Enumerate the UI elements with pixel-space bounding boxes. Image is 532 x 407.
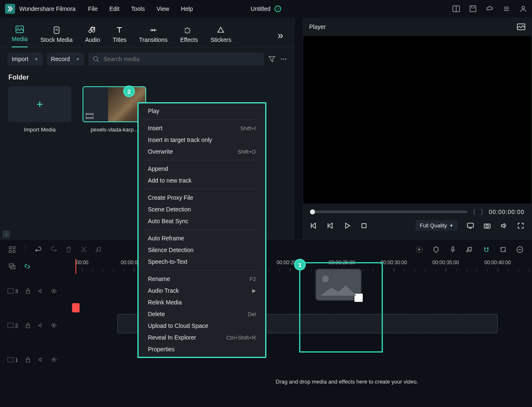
lock-icon[interactable] bbox=[25, 287, 31, 295]
cm-insert[interactable]: InsertShift+I bbox=[139, 122, 265, 134]
cm-proxy[interactable]: Create Proxy File bbox=[139, 192, 265, 204]
eye-icon[interactable] bbox=[51, 287, 57, 295]
menu-help[interactable]: Help bbox=[181, 5, 193, 12]
cm-stt[interactable]: Speech-to-Text bbox=[139, 256, 265, 268]
cm-properties[interactable]: Properties bbox=[139, 343, 265, 355]
mark-in-icon[interactable]: { bbox=[473, 209, 475, 215]
layout-icon[interactable] bbox=[452, 5, 460, 13]
redo-icon[interactable] bbox=[50, 246, 57, 253]
ruler-head bbox=[0, 259, 75, 274]
cm-scene[interactable]: Scene Detection bbox=[139, 204, 265, 215]
hamburger-icon[interactable] bbox=[503, 5, 510, 13]
cm-delete[interactable]: DeleteDel bbox=[139, 308, 265, 320]
tab-stock[interactable]: Stock Media bbox=[40, 26, 72, 47]
cm-reframe[interactable]: Auto Reframe bbox=[139, 232, 265, 244]
display-icon[interactable] bbox=[467, 222, 474, 229]
import-label: Import bbox=[12, 56, 28, 62]
track-1-badge: 1 bbox=[8, 357, 18, 363]
svg-rect-41 bbox=[8, 289, 13, 294]
play-icon[interactable] bbox=[343, 222, 351, 229]
fullscreen-icon[interactable] bbox=[517, 222, 524, 229]
magnet-icon[interactable] bbox=[483, 246, 490, 253]
menu-edit[interactable]: Edit bbox=[109, 5, 119, 12]
render-icon[interactable] bbox=[416, 246, 423, 253]
cm-relink[interactable]: Relink Media bbox=[139, 296, 265, 308]
track-manage-icon[interactable] bbox=[8, 263, 16, 270]
camera-icon[interactable] bbox=[483, 222, 491, 229]
cm-beat[interactable]: Auto Beat Sync bbox=[139, 215, 265, 227]
mic-icon[interactable] bbox=[449, 246, 457, 253]
cm-append[interactable]: Append bbox=[139, 163, 265, 175]
cut-icon[interactable] bbox=[80, 246, 88, 253]
cm-audio-track[interactable]: Audio Track▶ bbox=[139, 285, 265, 296]
tabs-overflow-icon[interactable]: » bbox=[278, 30, 283, 41]
cm-insert-target[interactable]: Insert in target track only bbox=[139, 134, 265, 146]
save-icon[interactable] bbox=[469, 5, 477, 13]
cm-silence[interactable]: Silence Detection bbox=[139, 244, 265, 256]
cm-overwrite[interactable]: OverwriteShift+O bbox=[139, 146, 265, 157]
cloud-icon[interactable] bbox=[486, 5, 493, 13]
progress-bar[interactable] bbox=[310, 211, 467, 213]
svg-point-14 bbox=[283, 59, 284, 60]
delete-icon[interactable] bbox=[65, 246, 72, 253]
video-track-icon bbox=[8, 289, 13, 294]
menu-tools[interactable]: Tools bbox=[131, 5, 145, 12]
cm-play[interactable]: Play bbox=[139, 105, 265, 117]
playhead[interactable] bbox=[75, 259, 76, 274]
media-clip[interactable]: pexels-vlada-karp... 2 bbox=[83, 86, 146, 133]
lock-icon[interactable] bbox=[25, 322, 31, 329]
cm-add-track[interactable]: Add to new track bbox=[139, 175, 265, 186]
mute-icon[interactable] bbox=[38, 287, 44, 295]
svg-point-15 bbox=[285, 59, 287, 60]
prev-frame-icon[interactable] bbox=[310, 222, 318, 229]
tab-effects[interactable]: Effects bbox=[180, 26, 198, 47]
audio-tool-icon[interactable] bbox=[95, 246, 103, 253]
record-dropdown[interactable]: Record ▼ bbox=[47, 53, 84, 65]
menu-view[interactable]: View bbox=[157, 5, 169, 12]
search-box[interactable] bbox=[88, 53, 264, 65]
undo-icon[interactable] bbox=[35, 246, 42, 253]
filter-icon[interactable] bbox=[268, 55, 276, 63]
project-title[interactable]: Untitled bbox=[251, 5, 270, 12]
track-2-head: 2 bbox=[0, 308, 75, 343]
zoom-out-icon[interactable] bbox=[516, 246, 524, 253]
mute-icon[interactable] bbox=[38, 322, 44, 329]
lock-icon[interactable] bbox=[25, 356, 31, 363]
more-icon[interactable] bbox=[280, 55, 287, 63]
mute-icon[interactable] bbox=[38, 356, 44, 363]
cm-reveal[interactable]: Reveal In ExplorerCtrl+Shift+R bbox=[139, 332, 265, 343]
tab-titles[interactable]: Titles bbox=[113, 26, 127, 47]
eye-icon[interactable] bbox=[51, 322, 57, 329]
tab-transitions[interactable]: Transitions bbox=[139, 26, 168, 47]
volume-icon[interactable] bbox=[500, 222, 508, 229]
player-viewport[interactable] bbox=[303, 36, 531, 204]
eye-icon[interactable] bbox=[51, 356, 57, 363]
tab-stickers[interactable]: Stickers bbox=[210, 26, 231, 47]
import-dropdown[interactable]: Import ▼ bbox=[8, 53, 43, 65]
quality-select[interactable]: Full Quality ▼ bbox=[416, 220, 457, 231]
cm-upload[interactable]: Upload to Cloud Space bbox=[139, 320, 265, 332]
mark-out-icon[interactable]: } bbox=[481, 209, 483, 215]
menu-file[interactable]: File bbox=[88, 5, 98, 12]
submenu-arrow-icon: ▶ bbox=[252, 288, 256, 294]
snapshot-icon[interactable] bbox=[517, 23, 525, 30]
crop-icon[interactable] bbox=[499, 246, 507, 253]
music-icon[interactable] bbox=[466, 246, 473, 253]
track-2-badge: 2 bbox=[8, 322, 18, 329]
playhead-handle[interactable] bbox=[72, 303, 80, 312]
progress-handle[interactable] bbox=[310, 209, 315, 214]
link-icon[interactable] bbox=[23, 263, 31, 270]
grid-icon[interactable] bbox=[8, 246, 16, 253]
stop-icon[interactable] bbox=[360, 222, 368, 229]
svg-point-31 bbox=[85, 250, 86, 252]
tab-media[interactable]: Media bbox=[12, 26, 28, 47]
search-input[interactable] bbox=[103, 56, 260, 62]
tab-audio[interactable]: Audio bbox=[85, 26, 100, 47]
import-media-tile[interactable]: + Import Media bbox=[8, 86, 71, 133]
marker-icon[interactable] bbox=[432, 246, 440, 253]
user-icon[interactable] bbox=[519, 5, 527, 13]
step-back-icon[interactable] bbox=[327, 222, 334, 229]
panel-expand-icon[interactable]: › bbox=[3, 230, 10, 238]
cm-rename[interactable]: RenameF2 bbox=[139, 273, 265, 285]
clip-context-menu: Play InsertShift+I Insert in target trac… bbox=[137, 102, 266, 358]
